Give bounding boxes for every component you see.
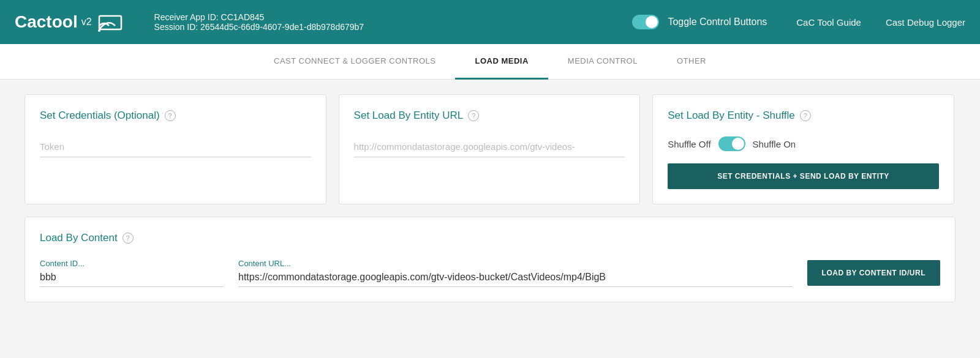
main-content: Set Credentials (Optional) ? Set Load By… [0, 80, 980, 317]
header-nav: CaC Tool Guide Cast Debug Logger [796, 17, 965, 28]
tab-cast-connect[interactable]: CAST CONNECT & LOGGER CONTROLS [254, 44, 455, 80]
tab-media-control[interactable]: MEDIA CONTROL [548, 44, 657, 80]
set-load-entity-shuffle-help-icon[interactable]: ? [800, 110, 811, 121]
app-header: Cactool v2 Receiver App ID: CC1AD845 Ses… [0, 0, 980, 44]
receiver-app-id: Receiver App ID: CC1AD845 [154, 12, 633, 22]
entity-url-input[interactable] [354, 136, 625, 157]
set-load-entity-url-help-icon[interactable]: ? [468, 110, 479, 121]
toggle-control-buttons[interactable] [632, 15, 659, 29]
content-url-group: Content URL... https://commondatastorage… [238, 259, 793, 287]
shuffle-off-label: Shuffle Off [668, 139, 710, 149]
set-credentials-card: Set Credentials (Optional) ? [24, 94, 326, 204]
nav-cast-debug-logger[interactable]: Cast Debug Logger [886, 17, 965, 28]
logo-version: v2 [81, 17, 92, 28]
content-id-value: bbb [40, 272, 224, 287]
set-credentials-send-load-by-entity-button[interactable]: SET CREDENTIALS + SEND LOAD BY ENTITY [668, 163, 939, 189]
logo: Cactool v2 [15, 12, 135, 32]
content-url-label: Content URL... [238, 259, 793, 268]
set-credentials-title: Set Credentials (Optional) ? [40, 110, 311, 122]
tab-navigation: CAST CONNECT & LOGGER CONTROLS LOAD MEDI… [0, 44, 980, 80]
token-input[interactable] [40, 136, 311, 157]
set-load-entity-url-title: Set Load By Entity URL ? [354, 110, 625, 122]
set-load-entity-shuffle-card: Set Load By Entity - Shuffle ? Shuffle O… [652, 94, 954, 204]
content-url-value: https://commondatastorage.googleapis.com… [238, 272, 793, 287]
toggle-label: Toggle Control Buttons [668, 17, 767, 28]
header-info: Receiver App ID: CC1AD845 Session ID: 26… [154, 12, 633, 32]
set-load-entity-url-card: Set Load By Entity URL ? [339, 94, 641, 204]
tab-other[interactable]: OTHER [657, 44, 726, 80]
cast-icon [98, 12, 123, 32]
load-by-content-title: Load By Content ? [40, 232, 940, 244]
shuffle-toggle-row: Shuffle Off Shuffle On [668, 136, 939, 151]
session-id: Session ID: 26544d5c-66d9-4607-9de1-d8b9… [154, 22, 633, 32]
load-by-content-id-url-button[interactable]: LOAD BY CONTENT ID/URL [807, 260, 940, 286]
svg-point-1 [98, 29, 100, 32]
toggle-section: Toggle Control Buttons [632, 15, 767, 29]
nav-cac-tool-guide[interactable]: CaC Tool Guide [796, 17, 861, 28]
content-id-group: Content ID... bbb [40, 259, 224, 287]
load-by-content-help-icon[interactable]: ? [123, 233, 134, 244]
shuffle-toggle[interactable] [718, 136, 745, 151]
load-content-row: Content ID... bbb Content URL... https:/… [40, 259, 940, 287]
cards-row-1: Set Credentials (Optional) ? Set Load By… [24, 94, 956, 204]
tab-load-media[interactable]: LOAD MEDIA [455, 44, 548, 80]
content-id-label: Content ID... [40, 259, 224, 268]
set-load-entity-shuffle-title: Set Load By Entity - Shuffle ? [668, 110, 939, 122]
set-credentials-help-icon[interactable]: ? [165, 110, 176, 121]
logo-text: Cactool [15, 12, 78, 32]
load-by-content-card: Load By Content ? Content ID... bbb Cont… [24, 217, 956, 302]
shuffle-on-label: Shuffle On [753, 139, 796, 149]
